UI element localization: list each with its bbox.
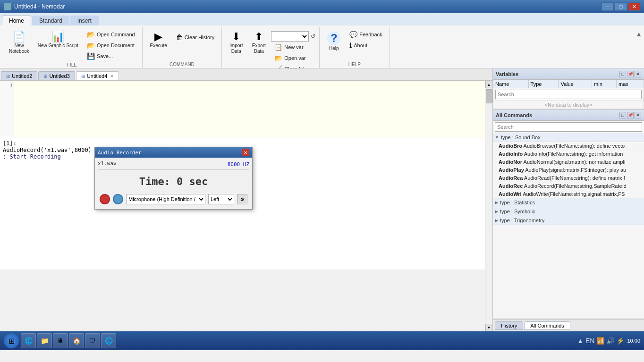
ribbon-collapse[interactable]: ▲ <box>636 27 642 68</box>
tab-home[interactable]: Home <box>2 16 31 25</box>
tray-volume-icon[interactable]: 🔊 <box>606 337 614 345</box>
taskbar-app-computer[interactable]: 🖥 <box>53 333 68 348</box>
cmd-item-audionormal[interactable]: AudioNor AudioNormal(signal:matrix): nor… <box>493 158 644 166</box>
about-button[interactable]: ℹ About <box>346 40 385 51</box>
execute-icon: ▶ <box>154 32 162 42</box>
cmd-category-soundbox[interactable]: ▼ type : Sound Box <box>493 133 644 142</box>
tab-all-commands[interactable]: All Commands <box>524 321 570 330</box>
new-notebook-button[interactable]: 📄 NewNotebook <box>6 29 33 57</box>
tab-standard[interactable]: Standard <box>32 16 69 25</box>
tab-untitled3[interactable]: ⊞ Untitled3 <box>38 71 75 80</box>
tab-untitled3-label: Untitled3 <box>49 73 69 79</box>
record-button[interactable] <box>100 194 110 204</box>
symbolic-label: type : Symbolic <box>500 209 535 214</box>
minimize-button[interactable]: ─ <box>602 2 614 11</box>
variables-no-data: <No data to display> <box>493 101 644 109</box>
cmd-item-audiobrowse[interactable]: AudioBro AudioBrowse(FileName:string): d… <box>493 142 644 150</box>
export-data-button[interactable]: ⬆ ExportData <box>248 29 269 57</box>
open-command-button[interactable]: 📂 Open Command <box>84 29 138 40</box>
editor-scrollbar[interactable]: ▲ ▼ <box>485 81 492 331</box>
import-label: ImportData <box>229 43 243 54</box>
taskbar-app-home[interactable]: 🏠 <box>69 333 84 348</box>
cmd-category-statistics[interactable]: ▶ type : Statistics <box>493 198 644 207</box>
cmd-item-audiowrite[interactable]: AudioWri AudioWrite(FileName:string,sign… <box>493 190 644 198</box>
help-buttons: ? Help 💬 Feedback ℹ About <box>323 27 385 61</box>
variable-dropdown[interactable] <box>271 31 309 42</box>
dialog-close-button[interactable]: ✕ <box>242 149 249 156</box>
tab-untitled4[interactable]: ⊞ Untitled4 ✕ <box>76 71 119 80</box>
open-var-button[interactable]: 📂 Open var <box>271 53 315 63</box>
export-icon: ⬆ <box>254 32 263 42</box>
commands-restore-button[interactable]: □ <box>619 112 626 118</box>
tab-untitled4-close[interactable]: ✕ <box>110 74 114 79</box>
cmd-category-trig[interactable]: ▶ type : Trigonometry <box>493 216 644 225</box>
taskbar-app-browser2[interactable]: 🌐 <box>101 333 116 348</box>
stop-button[interactable] <box>113 194 123 204</box>
file-buttons: 📄 NewNotebook 📊 New Graphic Script 📂 Ope… <box>6 27 138 61</box>
cmd-item-audioinfo[interactable]: AudioInfo AudioInfo(FileName:string): ge… <box>493 150 644 158</box>
open-command-icon: 📂 <box>87 31 95 38</box>
variable-buttons: ⬇ ImportData ⬆ ExportData ↺ 📋 New var <box>226 27 315 74</box>
code-editor[interactable] <box>14 81 485 137</box>
commands-search-input[interactable] <box>495 122 642 132</box>
scroll-thumb[interactable] <box>486 89 492 103</box>
taskbar-apps: 🌐 📁 🖥 🏠 🛡 🌐 <box>21 333 116 348</box>
microphone-select[interactable]: Microphone (High Definition / <box>126 194 205 204</box>
soundbox-label: type : Sound Box <box>501 135 541 140</box>
cmd-item-audiorecord[interactable]: AudioRec AudioRecord(FileName:string,Sam… <box>493 182 644 190</box>
import-data-button[interactable]: ⬇ ImportData <box>226 29 246 57</box>
open-document-button[interactable]: 📂 Open Document <box>84 40 138 51</box>
scroll-down-arrow[interactable]: ▼ <box>485 324 493 331</box>
cmd-item-audioplay[interactable]: AudioPlay AudioPlay(signal:matrix,FS:int… <box>493 166 644 174</box>
help-icon: ? <box>327 32 340 45</box>
variables-restore-button[interactable]: □ <box>619 71 626 77</box>
tab-insert[interactable]: Insert <box>70 16 99 25</box>
tab-history[interactable]: History <box>495 321 523 330</box>
tab-untitled2[interactable]: ⊞ Untitled2 <box>1 71 37 80</box>
settings-button[interactable]: ⚙ <box>237 194 247 204</box>
taskbar-app-security[interactable]: 🛡 <box>85 333 100 348</box>
commands-pin-button[interactable]: 📌 <box>627 112 634 118</box>
maximize-button[interactable]: □ <box>615 2 627 11</box>
ribbon: Home Standard Insert 📄 NewNotebook 📊 New… <box>0 13 644 68</box>
variables-close-button[interactable]: ✕ <box>635 71 641 77</box>
tray-lang-icon[interactable]: EN <box>585 337 594 345</box>
cmd-item-audioread[interactable]: AudioRea AudioRead(FileName:string): def… <box>493 174 644 182</box>
line-num-1: 1 <box>1 83 13 88</box>
feedback-button[interactable]: 💬 Feedback <box>346 29 385 40</box>
start-button[interactable]: ⊞ <box>4 333 19 348</box>
open-document-icon: 📂 <box>87 42 95 49</box>
open-var-label: Open var <box>284 55 305 61</box>
dialog-title: Audio Recorder <box>98 150 142 156</box>
soundbox-arrow: ▼ <box>495 135 499 140</box>
execute-button[interactable]: ▶ Execute <box>146 29 171 51</box>
help-button[interactable]: ? Help <box>323 29 344 54</box>
taskbar-app-ie[interactable]: 🌐 <box>21 333 36 348</box>
commands-close-button[interactable]: ✕ <box>635 112 641 118</box>
statistics-arrow: ▶ <box>495 200 498 205</box>
new-graphic-script-button[interactable]: 📊 New Graphic Script <box>34 29 82 51</box>
cmd-category-symbolic[interactable]: ▶ type : Symbolic <box>493 207 644 216</box>
tray-network-icon[interactable]: 📶 <box>596 337 604 345</box>
new-var-button[interactable]: 📋 New var <box>271 42 315 52</box>
close-button[interactable]: ✕ <box>628 2 640 11</box>
scroll-up-arrow[interactable]: ▲ <box>485 81 493 88</box>
save-button[interactable]: 💾 Save... <box>84 51 138 61</box>
channel-select[interactable]: Left Right Stereo <box>208 194 234 204</box>
tray-expand-icon[interactable]: ▲ <box>577 337 584 345</box>
file-group-label: FILE <box>6 61 138 68</box>
new-graphic-script-label: New Graphic Script <box>38 43 78 49</box>
file-small-buttons: 📂 Open Command 📂 Open Document 💾 Save... <box>84 29 138 61</box>
tray-icons: ▲ EN 📶 🔊 ⚡ <box>577 337 624 345</box>
taskbar-app-explorer[interactable]: 📁 <box>37 333 52 348</box>
command-group-label: COMMAND <box>146 61 218 68</box>
dialog-time: Time: 0 sec <box>98 171 249 192</box>
var-dropdown-arrow: ↺ <box>311 33 315 40</box>
variables-search-input[interactable] <box>495 90 642 99</box>
execute-label: Execute <box>150 43 167 49</box>
about-label: About <box>354 42 367 48</box>
variables-pin-button[interactable]: 📌 <box>627 71 634 77</box>
tray-battery-icon[interactable]: ⚡ <box>616 337 624 345</box>
clear-history-button[interactable]: 🗑 Clear History <box>173 32 218 42</box>
commands-panel-controls: □ 📌 ✕ <box>619 112 641 118</box>
